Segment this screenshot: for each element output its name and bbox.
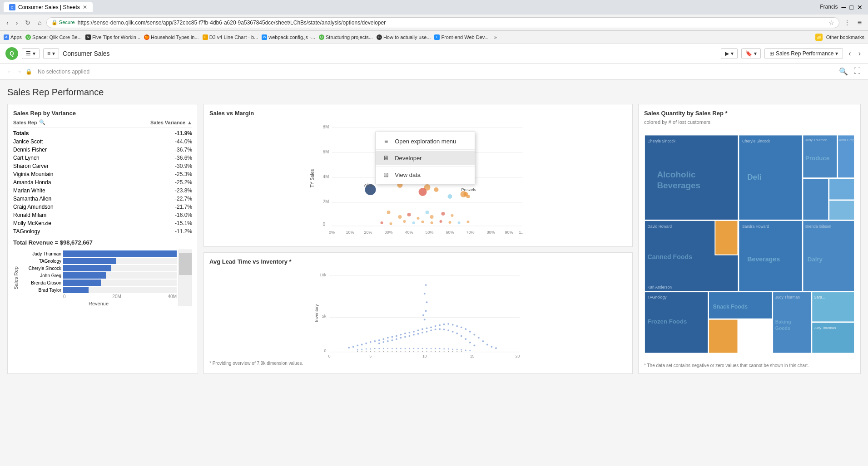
chevron-down-icon: ▾ [33, 50, 35, 57]
no-selections-label: No selections applied [38, 69, 89, 75]
bookmark-structuring[interactable]: Q Structuring projects... [319, 34, 373, 40]
forward-nav-icon[interactable]: → [16, 69, 22, 75]
tab-close-button[interactable]: ✕ [83, 4, 87, 10]
svg-point-194 [443, 348, 445, 350]
sheet-selector[interactable]: ⊞ Sales Rep Performance ▾ [764, 48, 843, 59]
rep-name: Molly McKenzie [13, 220, 51, 226]
svg-point-203 [366, 351, 367, 352]
svg-point-160 [417, 333, 419, 335]
present-button[interactable]: ▶ ▾ [721, 48, 738, 59]
svg-point-161 [422, 332, 423, 334]
toolbar-right: ▶ ▾ 🔖 ▾ ⊞ Sales Rep Performance ▾ ‹ › [721, 48, 863, 59]
minimize-button[interactable]: ─ [842, 4, 846, 11]
sheet-name: Sales Rep Performance [776, 50, 833, 57]
menu-item-exploration[interactable]: ≡ Open exploration menu [376, 134, 475, 148]
bar-row: John Greg [20, 272, 177, 279]
bookmark-household[interactable]: 🍊 Household Types in... [144, 34, 199, 40]
bar-fill [63, 280, 101, 286]
scrollbar-thumb[interactable] [179, 253, 192, 275]
table-row: TAGnology-11.2% [13, 227, 192, 235]
secure-icon: 🔒 Secure [51, 20, 75, 25]
table-search-icon[interactable]: 🔍 [39, 119, 45, 125]
svg-point-135 [456, 325, 458, 327]
chevron-down-icon5: ▾ [835, 50, 838, 57]
bar-row: Cheryle Sincock [20, 265, 177, 271]
svg-point-159 [413, 334, 415, 336]
svg-point-216 [422, 351, 423, 352]
bookmark-five-tips[interactable]: N Five Tips for Workin... [85, 34, 140, 40]
svg-point-47 [381, 221, 383, 224]
back-nav-icon[interactable]: ← [7, 69, 13, 75]
maximize-button[interactable]: □ [850, 4, 853, 11]
search-icon[interactable]: 🔍 [839, 67, 848, 76]
other-bookmarks-icon[interactable]: 📁 [815, 34, 823, 41]
svg-point-202 [362, 351, 362, 352]
bookmark-button[interactable]: 🔖 ▾ [741, 48, 761, 59]
bookmark-d3[interactable]: D D3 v4 Line Chart - b... [203, 34, 258, 40]
bar-chart-y-label: Sales Rep [13, 250, 19, 306]
bookmark-apps[interactable]: A Apps [4, 34, 22, 40]
rep-name: Craig Amundson [13, 204, 54, 210]
browser-tab[interactable]: C Consumer Sales | Sheets ✕ [4, 2, 93, 12]
sales-rep-table-title: Sales Rep by Variance [13, 110, 192, 117]
svg-point-158 [409, 335, 411, 337]
table-rows-container: Totals-11.9%Janice Scott-44.0%Dennis Fis… [13, 129, 192, 235]
total-revenue: Total Revenue = $98,672,667 [13, 239, 192, 246]
bookmark-frontend[interactable]: F Front-end Web Dev... [434, 34, 488, 40]
svg-point-152 [382, 341, 384, 343]
svg-text:Karl Anderson: Karl Anderson [648, 285, 672, 289]
lock-icon[interactable]: 🔒 [25, 69, 32, 75]
dashboard: Sales Rep by Variance Sales Rep 🔍 Sales … [7, 104, 861, 374]
main-content: Sales Rep Performance Sales Rep by Varia… [0, 80, 868, 466]
svg-point-147 [422, 314, 424, 316]
url-text: https://sense-demo.qlik.com/sense/app/37… [78, 20, 826, 26]
menu-item-developer[interactable]: 🖥 Developer [376, 151, 475, 165]
svg-point-156 [400, 337, 402, 338]
svg-text:Margin %: Margin % [417, 237, 436, 237]
svg-point-112 [357, 345, 358, 347]
bookmark-github[interactable]: G How to actually use... [377, 34, 431, 40]
table-row: Molly McKenzie-15.1% [13, 219, 192, 227]
close-button[interactable]: ✕ [857, 4, 863, 11]
svg-point-56 [467, 221, 470, 223]
reload-button[interactable]: ↻ [22, 18, 33, 27]
svg-point-217 [427, 351, 427, 352]
bar-x-label: Revenue [20, 301, 177, 306]
table-header: Sales Rep 🔍 Sales Variance ▲ [13, 119, 192, 128]
svg-point-48 [390, 222, 392, 225]
menu-button[interactable]: ≡ [855, 18, 864, 28]
menu-item-viewdata[interactable]: ⊞ View data [376, 167, 475, 182]
svg-point-199 [465, 349, 466, 351]
svg-point-170 [461, 335, 462, 337]
bookmark-qlik[interactable]: Q Space: Qlik Core Be... [25, 34, 82, 40]
next-sheet-button[interactable]: › [857, 49, 863, 58]
address-bar[interactable]: 🔒 Secure https://sense-demo.qlik.com/sen… [46, 17, 839, 28]
home-button[interactable]: ⌂ [35, 18, 44, 27]
svg-point-212 [405, 351, 406, 352]
bar-label: Cheryle Sincock [20, 266, 61, 271]
forward-button[interactable]: › [13, 18, 21, 27]
back-button[interactable]: ‹ [4, 18, 11, 27]
svg-point-51 [422, 221, 424, 223]
bookmarks-more-button[interactable]: » [494, 34, 497, 40]
svg-text:50%: 50% [425, 230, 433, 235]
svg-text:60%: 60% [446, 230, 454, 235]
svg-point-50 [412, 221, 415, 224]
scrollbar-track[interactable] [179, 250, 192, 306]
prev-sheet-button[interactable]: ‹ [847, 49, 853, 58]
nav-menu-button[interactable]: ☰ ▾ [22, 48, 40, 59]
extensions-button[interactable]: ⋮ [841, 18, 853, 27]
list-view-button[interactable]: ≡ ▾ [43, 48, 59, 59]
svg-point-41 [441, 212, 445, 216]
chevron-down-icon3: ▾ [731, 50, 734, 57]
bookmark-star-icon[interactable]: ☆ [828, 19, 834, 26]
fullscreen-icon[interactable]: ⛶ [853, 67, 861, 76]
chevron-down-icon4: ▾ [754, 50, 757, 57]
bar-fill [63, 265, 111, 271]
bookmark-webpack[interactable]: W webpack.config.js -... [262, 34, 315, 40]
menu-divider-1 [376, 149, 475, 150]
svg-point-52 [431, 221, 433, 224]
sort-arrow-icon[interactable]: ▲ [187, 120, 192, 125]
svg-point-129 [430, 327, 432, 329]
other-bookmarks-label[interactable]: Other bookmarks [826, 34, 864, 40]
